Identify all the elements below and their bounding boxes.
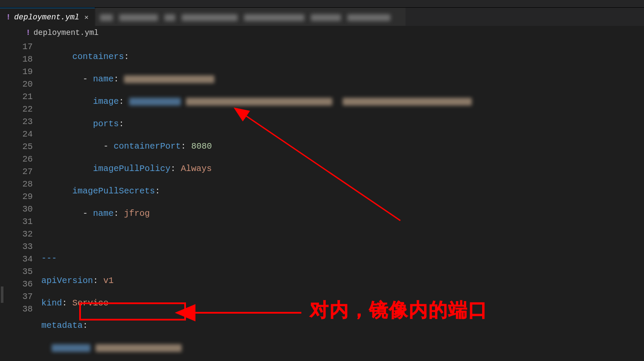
tab-blurred[interactable]	[96, 8, 406, 26]
line-number: 36	[0, 278, 33, 290]
line-number: 37	[0, 290, 33, 303]
annotation-label: 对内，镜像内的端口	[310, 297, 488, 323]
line-number: 28	[0, 178, 33, 190]
line-number: 33	[0, 240, 33, 253]
code-line: ports:	[41, 118, 644, 130]
line-number: 21	[0, 90, 33, 103]
code-line: imagePullSecrets:	[41, 185, 644, 197]
line-number: 18	[0, 53, 33, 65]
line-number: 24	[0, 128, 33, 140]
line-number: 29	[0, 190, 33, 203]
code-line: - containerPort: 8080	[41, 140, 644, 152]
code-line	[41, 230, 644, 242]
line-number: 20	[0, 78, 33, 90]
yaml-file-icon: !	[26, 28, 31, 37]
annotation-highlight-box	[79, 302, 186, 321]
line-number: 27	[0, 165, 33, 178]
line-number: 19	[0, 65, 33, 78]
yaml-file-icon: !	[6, 13, 11, 22]
activity-bar-indicator	[1, 286, 3, 303]
code-line: containers:	[41, 50, 644, 63]
code-line: apiVersion: v1	[41, 274, 644, 287]
line-number: 25	[0, 140, 33, 153]
line-number: 30	[0, 203, 33, 215]
editor-tabs: ! deployment.yml ✕	[0, 8, 644, 26]
code-line: image:	[41, 95, 644, 108]
line-number: 26	[0, 153, 33, 165]
tab-label: deployment.yml	[14, 13, 79, 22]
toolbar-spacer	[0, 0, 644, 8]
code-line: - name:	[41, 73, 644, 85]
breadcrumb-file: deployment.yml	[34, 28, 99, 37]
line-number: 35	[0, 265, 33, 278]
line-number: 23	[0, 115, 33, 128]
code-line	[41, 342, 644, 354]
line-number: 32	[0, 228, 33, 240]
line-number: 31	[0, 215, 33, 228]
close-icon[interactable]: ✕	[84, 13, 89, 22]
breadcrumb[interactable]: ! deployment.yml	[0, 26, 644, 40]
code-line: ---	[41, 252, 644, 265]
tab-deployment-yml[interactable]: ! deployment.yml ✕	[0, 8, 95, 26]
line-number-gutter: 17 18 19 20 21 22 23 24 25 26 27 28 29 3…	[0, 40, 41, 315]
line-number: 34	[0, 253, 33, 265]
code-line: - name: jfrog	[41, 207, 644, 220]
line-number: 17	[0, 40, 33, 53]
line-number: 38	[0, 303, 33, 315]
code-line: imagePullPolicy: Always	[41, 162, 644, 175]
line-number: 22	[0, 103, 33, 115]
